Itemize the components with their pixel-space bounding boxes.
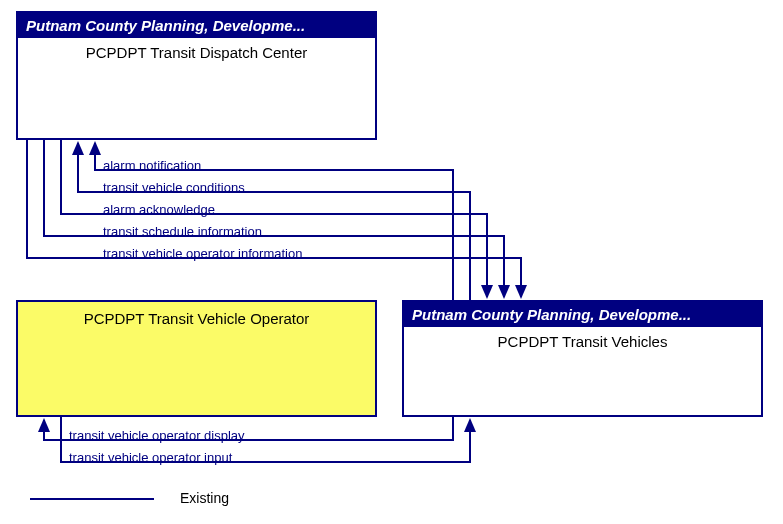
node-vehicles-body: PCPDPT Transit Vehicles (404, 327, 761, 356)
node-operator-body: PCPDPT Transit Vehicle Operator (18, 302, 375, 333)
flow-transit-vehicle-operator-info: transit vehicle operator information (103, 246, 302, 261)
flow-transit-vehicle-operator-display: transit vehicle operator display (69, 428, 245, 443)
flow-transit-vehicle-conditions: transit vehicle conditions (103, 180, 245, 195)
node-vehicle-operator[interactable]: PCPDPT Transit Vehicle Operator (16, 300, 377, 417)
node-dispatch-header: Putnam County Planning, Developme... (18, 13, 375, 38)
flow-transit-vehicle-operator-input: transit vehicle operator input (69, 450, 232, 465)
node-transit-vehicles[interactable]: Putnam County Planning, Developme... PCP… (402, 300, 763, 417)
legend-label-existing: Existing (180, 490, 229, 506)
flow-alarm-notification: alarm notification (103, 158, 201, 173)
node-dispatch-body: PCPDPT Transit Dispatch Center (18, 38, 375, 67)
node-vehicles-header: Putnam County Planning, Developme... (404, 302, 761, 327)
flow-transit-schedule-information: transit schedule information (103, 224, 262, 239)
legend-line-existing (30, 498, 154, 500)
flow-alarm-acknowledge: alarm acknowledge (103, 202, 215, 217)
node-dispatch-center[interactable]: Putnam County Planning, Developme... PCP… (16, 11, 377, 140)
